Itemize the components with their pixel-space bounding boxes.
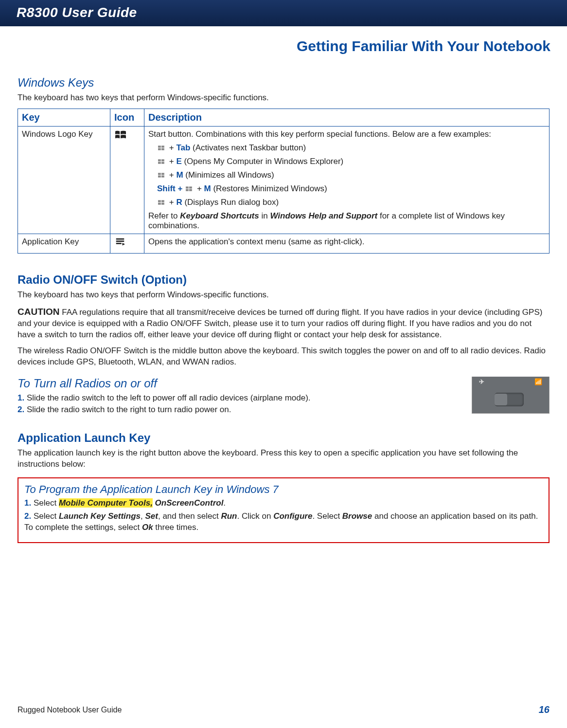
svg-rect-22 (116, 243, 122, 244)
application-key-icon (114, 237, 126, 248)
radio-para2: The wireless Radio ON/OFF Switch is the … (18, 346, 549, 368)
airplane-icon: ✈ (479, 378, 484, 385)
windows-logo-icon (157, 145, 166, 151)
caution-paragraph: CAUTION FAA regulations require that all… (18, 306, 549, 341)
svg-rect-15 (189, 189, 192, 191)
shortcut-line: + E (Opens My Computer in Windows Explor… (157, 157, 545, 166)
page-content: Windows Keys The keyboard has two keys t… (0, 59, 567, 543)
svg-rect-13 (189, 186, 192, 188)
th-key: Key (18, 109, 110, 126)
windows-logo-icon (157, 158, 166, 165)
key-name: Windows Logo Key (18, 126, 110, 234)
turn-radios-heading: To Turn all Radios on or off (18, 377, 549, 390)
app-launch-intro: The application launch key is the right … (18, 448, 549, 470)
shortcut-line: Shift + + M (Restores Minimized Windows) (157, 184, 545, 194)
svg-rect-8 (158, 173, 161, 175)
box-heading: To Program the Application Launch Key in… (24, 483, 543, 496)
svg-rect-10 (158, 176, 161, 178)
radio-steps: 1. Slide the radio switch to the left to… (18, 393, 549, 415)
windows-keys-table: Key Icon Description Windows Logo Key St… (18, 109, 549, 254)
box-step-1: 1. Select Mobile Computer Tools, OnScree… (24, 498, 543, 509)
th-desc: Description (144, 109, 549, 126)
svg-rect-6 (158, 162, 161, 164)
section-title: Getting Familiar With Your Notebook (0, 26, 567, 59)
wireless-icon: 📶 (534, 378, 542, 385)
svg-rect-17 (161, 200, 164, 202)
svg-rect-21 (116, 240, 124, 242)
svg-rect-0 (158, 146, 161, 147)
footer: Rugged Notebook User Guide 16 (0, 704, 567, 715)
key-desc-cell: Opens the application's context menu (sa… (144, 234, 549, 253)
svg-rect-3 (161, 148, 164, 150)
key-icon-cell (110, 126, 144, 234)
page-number: 16 (539, 704, 549, 715)
svg-rect-9 (161, 173, 164, 175)
svg-rect-11 (161, 176, 164, 178)
svg-rect-5 (161, 159, 164, 161)
box-step-2: 2. Select Launch Key Settings, Set, and … (24, 511, 543, 533)
radio-intro: The keyboard has two keys that perform W… (18, 290, 549, 301)
program-launch-key-box: To Program the Application Launch Key in… (18, 477, 549, 543)
svg-rect-1 (161, 146, 164, 147)
radio-heading: Radio ON/OFF Switch (Option) (18, 273, 549, 287)
desc-intro: Start button. Combinations with this key… (148, 129, 545, 139)
svg-rect-14 (186, 189, 189, 191)
th-icon: Icon (110, 109, 144, 126)
svg-rect-7 (161, 162, 164, 164)
shortcut-line: + Tab (Activates next Taskbar button) (157, 143, 545, 153)
svg-rect-2 (158, 148, 161, 150)
radio-switch-image: ✈ 📶 (472, 377, 549, 414)
windows-logo-icon (114, 129, 127, 140)
windows-logo-icon (185, 185, 194, 192)
svg-rect-19 (161, 203, 164, 205)
shortcut-line: + R (Displays Run dialog box) (157, 198, 545, 207)
table-row: Application Key Opens the application's … (18, 234, 549, 253)
header-bar: R8300 User Guide (0, 0, 567, 26)
svg-rect-20 (116, 238, 124, 240)
key-icon-cell (110, 234, 144, 253)
key-name: Application Key (18, 234, 110, 253)
app-launch-heading: Application Launch Key (18, 431, 549, 445)
svg-rect-16 (158, 200, 161, 202)
refer-text: Refer to Keyboard Shortcuts in Windows H… (148, 211, 545, 231)
svg-rect-12 (186, 186, 189, 188)
key-desc-cell: Start button. Combinations with this key… (144, 126, 549, 234)
windows-logo-icon (157, 199, 166, 206)
svg-rect-4 (158, 159, 161, 161)
svg-rect-18 (158, 203, 161, 205)
guide-title: R8300 User Guide (0, 0, 567, 25)
footer-left: Rugged Notebook User Guide (18, 706, 122, 714)
windows-keys-heading: Windows Keys (18, 76, 549, 90)
shortcut-line: + M (Minimizes all Windows) (157, 170, 545, 180)
table-row: Windows Logo Key Start button. Combinati… (18, 126, 549, 234)
windows-logo-icon (157, 172, 166, 179)
windows-keys-intro: The keyboard has two keys that perform W… (18, 92, 549, 104)
